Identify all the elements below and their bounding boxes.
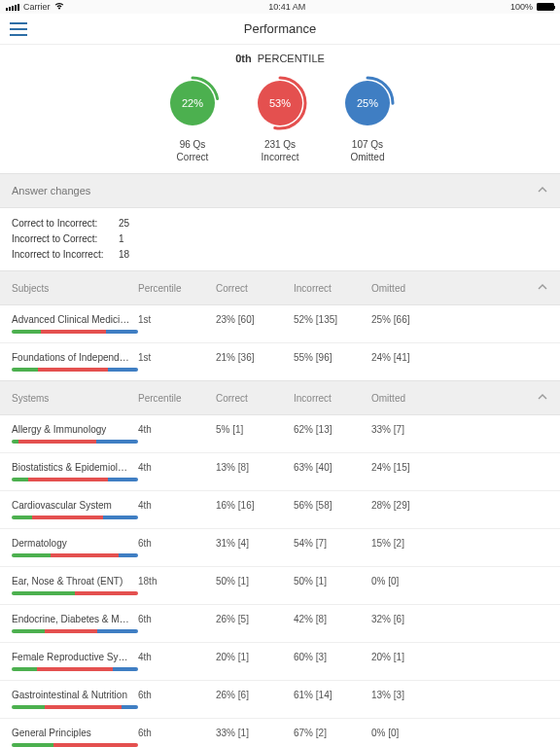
- row-percentile: 6th: [138, 614, 216, 624]
- row-incorrect: 52% [135]: [294, 314, 371, 325]
- page-title: Performance: [244, 21, 316, 36]
- section-title: Systems: [12, 393, 138, 404]
- section-title: Subjects: [12, 283, 138, 294]
- col-head-incorrect: Incorrect: [294, 393, 371, 404]
- gauge: 25% 107 QsOmitted: [338, 74, 397, 163]
- col-head-omitted: Omitted: [371, 393, 449, 404]
- systems-list: Allergy & Immunology 4th 5% [1] 62% [13]…: [0, 415, 560, 747]
- row-omitted: 33% [7]: [371, 424, 449, 435]
- row-omitted: 24% [15]: [371, 462, 449, 473]
- gauge-label: 107 QsOmitted: [350, 138, 384, 163]
- row-bar: [12, 705, 138, 709]
- carrier-label: Carrier: [23, 2, 51, 12]
- row-percentile: 4th: [138, 462, 216, 473]
- row-omitted: 0% [0]: [371, 728, 449, 738]
- battery-icon: [537, 3, 554, 11]
- row-percentile: 6th: [138, 690, 216, 700]
- gauge: 22% 96 QsCorrect: [163, 74, 222, 163]
- row-percentile: 6th: [138, 728, 216, 738]
- percentile-value: 0th: [235, 53, 252, 64]
- row-correct: 5% [1]: [216, 424, 294, 435]
- row-percentile: 6th: [138, 538, 216, 549]
- row-correct: 16% [16]: [216, 500, 294, 511]
- row-incorrect: 55% [96]: [294, 352, 371, 363]
- svg-text:22%: 22%: [182, 97, 203, 109]
- row-correct: 26% [5]: [216, 614, 294, 624]
- row-name: Biostatistics & Epidemiology: [12, 462, 138, 473]
- percentile-label: PERCENTILE: [258, 53, 325, 64]
- col-head-omitted: Omitted: [371, 283, 449, 294]
- section-title: Answer changes: [12, 185, 90, 196]
- row-bar: [12, 440, 138, 444]
- section-header-subjects[interactable]: Subjects Percentile Correct Incorrect Om…: [0, 270, 560, 305]
- row-name: General Principles: [12, 728, 138, 738]
- row-name: Advanced Clinical Medicine: [12, 314, 138, 325]
- table-row[interactable]: Biostatistics & Epidemiology 4th 13% [8]…: [0, 453, 560, 491]
- row-bar: [12, 743, 138, 747]
- row-correct: 23% [60]: [216, 314, 294, 325]
- section-header-answer-changes[interactable]: Answer changes: [0, 173, 560, 208]
- row-percentile: 1st: [138, 314, 216, 325]
- row-name: Dermatology: [12, 538, 138, 549]
- row-omitted: 15% [2]: [371, 538, 449, 549]
- row-incorrect: 56% [58]: [294, 500, 371, 511]
- gauges-row: 22% 96 QsCorrect 53% 231 QsIncorrect 25%…: [0, 68, 560, 173]
- table-row[interactable]: Cardiovascular System 4th 16% [16] 56% […: [0, 491, 560, 529]
- row-name: Female Reproductive System ...: [12, 652, 138, 662]
- row-bar: [12, 368, 138, 372]
- col-head-correct: Correct: [216, 283, 294, 294]
- table-row[interactable]: Foundations of Independent ... 1st 21% […: [0, 343, 560, 372]
- row-correct: 33% [1]: [216, 728, 294, 738]
- row-name: Foundations of Independent ...: [12, 352, 138, 363]
- row-correct: 50% [1]: [216, 576, 294, 587]
- battery-label: 100%: [510, 2, 533, 12]
- row-percentile: 4th: [138, 652, 216, 662]
- svg-text:53%: 53%: [269, 97, 291, 109]
- row-incorrect: 54% [7]: [294, 538, 371, 549]
- row-percentile: 4th: [138, 500, 216, 511]
- table-row[interactable]: Allergy & Immunology 4th 5% [1] 62% [13]…: [0, 415, 560, 453]
- row-incorrect: 60% [3]: [294, 652, 371, 662]
- row-bar: [12, 553, 138, 557]
- table-row[interactable]: General Principles 6th 33% [1] 67% [2] 0…: [0, 719, 560, 747]
- row-bar: [12, 516, 138, 519]
- row-percentile: 4th: [138, 424, 216, 435]
- table-row[interactable]: Female Reproductive System ... 4th 20% […: [0, 643, 560, 681]
- row-name: Cardiovascular System: [12, 500, 138, 511]
- col-head-percentile: Percentile: [138, 393, 216, 404]
- row-bar: [12, 330, 138, 334]
- row-bar: [12, 591, 138, 595]
- row-correct: 13% [8]: [216, 462, 294, 473]
- gauge-label: 96 QsCorrect: [177, 138, 209, 163]
- menu-icon[interactable]: [10, 22, 27, 36]
- table-row[interactable]: Ear, Nose & Throat (ENT) 18th 50% [1] 50…: [0, 567, 560, 605]
- chevron-up-icon: [537, 281, 548, 295]
- table-row[interactable]: Gastrointestinal & Nutrition 6th 26% [6]…: [0, 681, 560, 719]
- row-incorrect: 67% [2]: [294, 728, 371, 738]
- table-row[interactable]: Endocrine, Diabetes & Metab... 6th 26% […: [0, 605, 560, 643]
- nav-bar: Performance: [0, 14, 560, 45]
- row-omitted: 20% [1]: [371, 652, 449, 662]
- row-percentile: 1st: [138, 352, 216, 363]
- row-bar: [12, 478, 138, 481]
- row-correct: 26% [6]: [216, 690, 294, 700]
- col-head-correct: Correct: [216, 393, 294, 404]
- row-bar: [12, 629, 138, 633]
- col-head-percentile: Percentile: [138, 283, 216, 294]
- row-omitted: 0% [0]: [371, 576, 449, 587]
- row-incorrect: 42% [8]: [294, 614, 371, 624]
- section-header-systems[interactable]: Systems Percentile Correct Incorrect Omi…: [0, 380, 560, 415]
- answer-change-row: Incorrect to Correct:1: [12, 231, 548, 247]
- row-omitted: 25% [66]: [371, 314, 449, 325]
- row-incorrect: 62% [13]: [294, 424, 371, 435]
- row-correct: 31% [4]: [216, 538, 294, 549]
- gauge: 53% 231 QsIncorrect: [251, 74, 309, 163]
- table-row[interactable]: Dermatology 6th 31% [4] 54% [7] 15% [2]: [0, 529, 560, 567]
- row-incorrect: 61% [14]: [294, 690, 371, 700]
- row-name: Endocrine, Diabetes & Metab...: [12, 614, 138, 624]
- row-omitted: 28% [29]: [371, 500, 449, 511]
- row-omitted: 13% [3]: [371, 690, 449, 700]
- row-name: Ear, Nose & Throat (ENT): [12, 576, 138, 587]
- table-row[interactable]: Advanced Clinical Medicine 1st 23% [60] …: [0, 305, 560, 343]
- wifi-icon: [54, 2, 64, 12]
